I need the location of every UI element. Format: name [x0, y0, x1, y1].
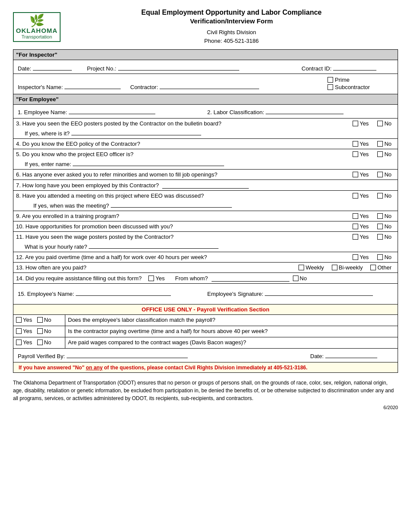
contractor-input[interactable]	[160, 82, 259, 89]
office-q1-text: Does the employee's labor classification…	[68, 317, 215, 323]
q9-no-checkbox[interactable]	[377, 213, 383, 219]
office-q2-no-checkbox[interactable]	[37, 328, 43, 334]
office-q3-text: Are paid wages compared to the contract …	[68, 339, 246, 346]
q8-row: 8. Have you attended a meeting on this p…	[13, 191, 398, 211]
prime-checkbox[interactable]	[328, 77, 333, 83]
contract-id-cell: Contract ID:	[300, 63, 395, 73]
employee-name-label: 1. Employee Name:	[18, 109, 67, 115]
employee-name-input[interactable]	[69, 107, 155, 114]
office-q2-text: Is the contractor paying overtime (time …	[68, 328, 268, 334]
q6-no-checkbox[interactable]	[377, 172, 383, 177]
q15-inner-row: 15. Employee's Name: Employee's Signatur…	[16, 288, 395, 298]
q11-no-checkbox[interactable]	[377, 234, 383, 240]
office-q3-no-checkbox[interactable]	[37, 340, 43, 345]
q9-yes-checkbox[interactable]	[353, 213, 358, 219]
office-q2-no-option: No	[37, 328, 51, 334]
date-input[interactable]	[33, 64, 72, 71]
disclaimer-suffix: of the questions, please contact Civil R…	[103, 365, 307, 371]
q4-yes-label: Yes	[360, 141, 369, 147]
q13-other-label: Other	[377, 264, 392, 271]
q3-no-label: No	[384, 120, 392, 127]
q10-row: 10. Have opportunities for promotion bee…	[13, 221, 398, 232]
footer-area: The Oklahoma Department of Transportatio…	[13, 379, 398, 411]
q15-emp-sig-input[interactable]	[265, 289, 373, 296]
q9-yes-option: Yes	[353, 213, 369, 219]
contract-id-input[interactable]	[333, 64, 376, 71]
q1-q2-row: 1. Employee Name: 2. Labor Classificatio…	[13, 105, 398, 119]
q9-cell: 9. Are you enrolled in a training progra…	[13, 211, 398, 221]
q5-cell: 5. Do you know who the project EEO offic…	[13, 149, 398, 170]
office-q3-yes-checkbox[interactable]	[16, 340, 22, 345]
employee-name-cell: 1. Employee Name:	[16, 106, 206, 116]
q10-yes-no: Yes No	[353, 223, 395, 230]
q5-no-checkbox[interactable]	[377, 151, 383, 157]
q4-yes-checkbox[interactable]	[353, 141, 358, 147]
office-q2-yes-checkbox[interactable]	[16, 328, 22, 334]
q12-yes-checkbox[interactable]	[353, 254, 358, 260]
header-title-area: Equal Employment Opportunity and Labor C…	[65, 9, 398, 45]
q15-row: 15. Employee's Name: Employee's Signatur…	[13, 284, 398, 304]
q10-no-checkbox[interactable]	[377, 224, 383, 229]
q11-cell: 11. Have you seen the wage posters poste…	[13, 232, 398, 252]
q7-line: 7. How long have you been employed by th…	[16, 182, 395, 189]
q11-followup-input[interactable]	[89, 242, 218, 249]
q13-biweekly-checkbox[interactable]	[332, 265, 337, 270]
q9-line: 9. Are you enrolled in a training progra…	[16, 213, 395, 219]
q12-no-checkbox[interactable]	[377, 254, 383, 260]
q8-line: 8. Have you attended a meeting on this p…	[16, 192, 395, 199]
office-q3-yes-option: Yes	[16, 339, 32, 346]
q12-yes-no: Yes No	[353, 254, 395, 260]
q5-yes-checkbox[interactable]	[353, 151, 358, 157]
q14-no-checkbox[interactable]	[293, 276, 299, 281]
inspector-name-input[interactable]	[64, 82, 121, 89]
disclaimer-text: If you have answered "No" on any of the …	[16, 363, 310, 372]
q3-followup-input[interactable]	[71, 128, 201, 135]
q3-yes-option: Yes	[353, 120, 369, 127]
q10-yes-checkbox[interactable]	[353, 224, 358, 229]
q6-yes-checkbox[interactable]	[353, 172, 358, 177]
q8-followup-label: If yes, when was the meeting?	[33, 202, 109, 209]
q15-emp-name-label: 15. Employee's Name:	[18, 291, 74, 297]
q8-no-checkbox[interactable]	[377, 193, 383, 199]
q10-no-option: No	[377, 223, 392, 230]
q4-no-label: No	[384, 141, 392, 147]
q8-followup-input[interactable]	[111, 201, 232, 208]
office-q2-no-label: No	[44, 328, 51, 334]
q14-text: 14. Did you require assistance filling o…	[16, 275, 141, 282]
q4-no-checkbox[interactable]	[377, 141, 383, 147]
q5-followup-input[interactable]	[73, 159, 224, 166]
q8-yes-checkbox[interactable]	[353, 193, 358, 199]
q12-no-label: No	[384, 254, 392, 260]
payroll-verified-input[interactable]	[67, 351, 188, 358]
q14-fromwhom-label: From whom?	[175, 275, 208, 282]
office-q1-no-checkbox[interactable]	[37, 317, 43, 323]
labor-class-input[interactable]	[266, 107, 344, 114]
q7-input[interactable]	[162, 182, 249, 189]
logo-icon: 🌿	[29, 15, 45, 27]
subcontractor-option: Subcontractor	[328, 84, 393, 90]
q3-no-checkbox[interactable]	[377, 121, 383, 126]
q5-yes-label: Yes	[360, 151, 369, 157]
q14-yes-checkbox[interactable]	[148, 276, 154, 281]
q9-row: 9. Are you enrolled in a training progra…	[13, 211, 398, 221]
q6-no-label: No	[384, 171, 392, 178]
q6-row: 6. Has anyone ever asked you to refer mi…	[13, 170, 398, 180]
q11-yes-checkbox[interactable]	[353, 234, 358, 240]
office-q1-yes-checkbox[interactable]	[16, 317, 22, 323]
inspector-name-cell: Inspector's Name:	[16, 76, 128, 91]
project-no-input[interactable]	[118, 64, 239, 71]
office-q3-no-option: No	[37, 339, 51, 346]
q12-cell: 12. Are you paid overtime (time and a ha…	[13, 252, 398, 263]
q6-cell: 6. Has anyone ever asked you to refer mi…	[13, 170, 398, 180]
q15-emp-name-input[interactable]	[76, 289, 171, 296]
q13-weekly-checkbox[interactable]	[299, 265, 304, 270]
q3-yes-checkbox[interactable]	[353, 121, 358, 126]
project-no-cell: Project No.:	[85, 63, 300, 73]
q13-weekly-option: Weekly	[299, 264, 324, 271]
payroll-date-input[interactable]	[325, 351, 377, 358]
q14-fromwhom-input[interactable]	[212, 275, 289, 282]
q13-other-checkbox[interactable]	[370, 265, 376, 270]
q4-cell: 4. Do you know the EEO policy of the Con…	[13, 139, 398, 149]
subcontractor-checkbox[interactable]	[328, 84, 333, 90]
q3-no-option: No	[377, 120, 392, 127]
